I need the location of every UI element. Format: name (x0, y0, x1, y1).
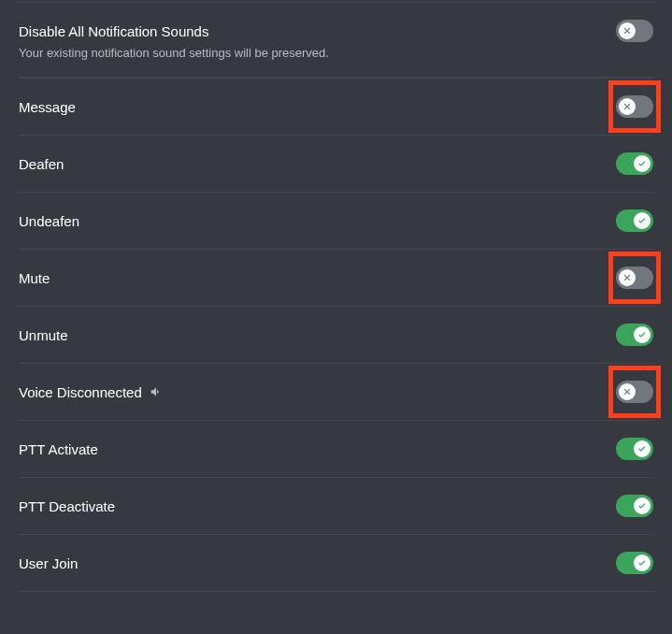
toggle-ptt-activate[interactable] (616, 438, 653, 460)
check-icon (636, 158, 648, 169)
x-icon (622, 25, 633, 36)
disable-all-sounds-label: Disable All Notification Sounds (19, 23, 208, 39)
x-icon (622, 272, 633, 283)
setting-row-undeafen: Undeafen (19, 193, 653, 250)
setting-label: Message (19, 99, 76, 115)
setting-row-ptt-activate: PTT Activate (19, 421, 653, 478)
setting-label: PTT Activate (19, 441, 98, 457)
setting-label: Unmute (19, 327, 68, 343)
setting-row-message: Message (19, 78, 653, 136)
setting-label: PTT Deactivate (19, 498, 115, 514)
toggle-unmute[interactable] (616, 324, 653, 346)
check-icon (636, 557, 648, 569)
toggle-knob (619, 383, 636, 400)
toggle-ptt-deactivate[interactable] (616, 495, 653, 517)
setting-label: Voice Disconnected (19, 384, 163, 400)
toggle-knob (634, 440, 651, 457)
toggle-knob (634, 497, 651, 514)
toggle-mute[interactable] (616, 267, 653, 289)
toggle-undeafen[interactable] (616, 209, 653, 232)
toggle-knob (634, 155, 651, 172)
disable-all-sounds-description: Your existing notification sound setting… (19, 46, 653, 78)
toggle-deafen[interactable] (616, 152, 653, 175)
setting-label: Deafen (19, 156, 64, 172)
setting-label: Mute (19, 270, 50, 286)
disable-all-sounds-row: Disable All Notification Sounds (19, 3, 653, 46)
setting-label: User Join (19, 555, 78, 571)
sound-icon (150, 385, 163, 398)
toggle-voice-disconnected[interactable] (616, 381, 653, 403)
setting-row-deafen: Deafen (19, 136, 653, 193)
check-icon (636, 329, 648, 340)
setting-label: Undeafen (19, 213, 79, 229)
toggle-message[interactable] (616, 95, 653, 118)
check-icon (636, 500, 648, 512)
setting-row-unmute: Unmute (19, 307, 653, 364)
toggle-knob (634, 212, 651, 229)
toggle-knob (619, 98, 636, 115)
x-icon (622, 101, 633, 112)
check-icon (636, 443, 648, 454)
check-icon (636, 215, 648, 226)
toggle-knob (619, 269, 636, 286)
toggle-user-join[interactable] (616, 552, 653, 574)
toggle-knob (619, 22, 636, 39)
toggle-knob (634, 555, 651, 571)
setting-row-ptt-deactivate: PTT Deactivate (19, 478, 653, 535)
disable-all-sounds-toggle[interactable] (616, 20, 653, 42)
setting-row-mute: Mute (19, 250, 653, 307)
toggle-knob (634, 326, 651, 343)
setting-row-user-join: User Join (19, 535, 653, 592)
setting-row-voice-disconnected: Voice Disconnected (19, 364, 653, 421)
x-icon (622, 386, 633, 397)
